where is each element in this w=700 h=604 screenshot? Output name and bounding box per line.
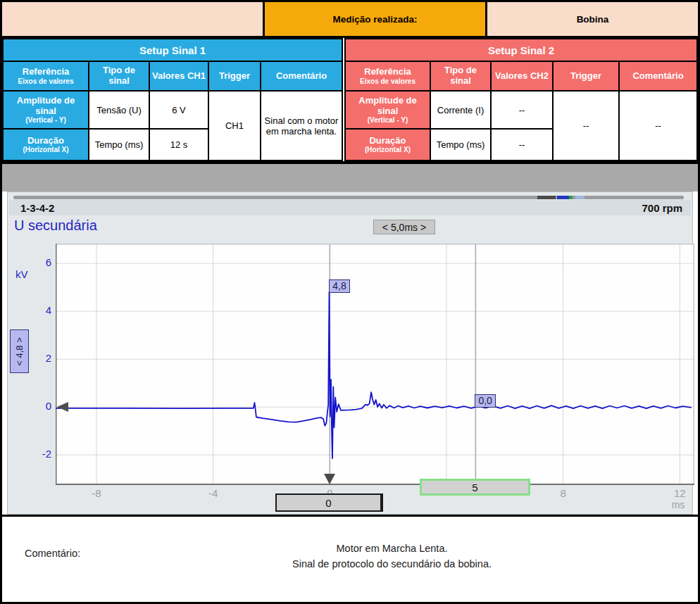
setup1-col-comentario: Comentário	[261, 62, 342, 90]
vertical-scale-selector[interactable]: < 4,8 >	[10, 329, 29, 373]
x-tick-label: -8	[82, 487, 111, 499]
setup2-col-trigger: Trigger	[554, 62, 618, 90]
setup2-amplitude-tipo: Corrente (I)	[431, 92, 490, 128]
y-axis-unit: kV	[15, 268, 28, 280]
col-sublabel: Eixos de valores	[360, 77, 415, 85]
setup2-col-ref: Referência Eixos de valores	[346, 62, 430, 90]
setup2-comment-value: --	[620, 92, 696, 160]
time-offset-box[interactable]: 0	[275, 493, 383, 512]
divider	[0, 36, 700, 38]
trigger-arrow-icon	[324, 474, 335, 484]
vertical-scale-label: < 4,8 >	[14, 337, 25, 365]
measurement-value: Bobina	[487, 2, 698, 36]
row-sublabel: (Horizontal X)	[23, 146, 69, 153]
row-sublabel: (Vertical - Y)	[25, 116, 66, 124]
setup2-col-comentario: Comentário	[620, 62, 696, 90]
scope-panel: 1-3-4-2 700 rpm U secundária < 5,0ms > k…	[7, 191, 693, 515]
scrollbar-segment-green	[569, 196, 573, 199]
y-tick-label: 2	[32, 352, 51, 364]
setup1-duracao-ref: Duração (Horizontal X)	[4, 130, 88, 160]
setup2-duracao-ref: Duração (Horizontal X)	[346, 130, 430, 160]
x-axis-unit: ms	[664, 499, 692, 510]
setup1-amplitude-tipo: Tensão (U)	[89, 92, 149, 128]
divider	[0, 161, 700, 164]
setup2-amplitude-ref: Amplitude de sinal (Vertical - Y)	[346, 92, 430, 128]
comment-body: Motor em Marcha Lenta. Sinal de protocol…	[86, 541, 698, 572]
cursor-value-box[interactable]: 0,0	[475, 394, 495, 408]
setup2-col-valores: Valores CH2	[492, 62, 552, 90]
setup1-trigger-value: CH1	[209, 92, 260, 160]
setup2-duracao-valor: --	[492, 130, 552, 160]
x-tick-label: 12	[665, 487, 694, 499]
channel-title: U secundária	[14, 218, 97, 234]
setup-table-2: Setup Sinal 2 Referência Eixos de valore…	[344, 38, 698, 161]
scrollbar-segment-lightblue	[575, 196, 585, 199]
plot-area: 4,80,0	[56, 244, 694, 485]
scrollbar-segment-blue	[557, 196, 569, 199]
setup1-col-tipo: Tipo de sinal	[89, 62, 149, 90]
col-label: Referência	[364, 67, 411, 77]
setup1-title: Setup Sinal 1	[4, 39, 342, 61]
setup1-col-valores: Valores CH1	[150, 62, 208, 90]
baseline-arrow-icon	[57, 402, 68, 412]
scope-svg	[56, 244, 694, 485]
setup1-comment-value: Sinal com o motor em marcha lenta.	[261, 92, 342, 160]
col-sublabel: Eixos de valores	[18, 77, 74, 85]
separator-band	[2, 164, 698, 191]
comment-label: Comentário:	[25, 548, 80, 559]
row-label: Duração	[369, 136, 406, 146]
header-empty-cell	[2, 2, 263, 36]
measurement-label: Medição realizada:	[265, 2, 485, 36]
divider	[0, 515, 700, 517]
setup1-col-trigger: Trigger	[209, 62, 260, 90]
row-sublabel: (Vertical - Y)	[368, 116, 408, 124]
setup2-title: Setup Sinal 2	[346, 39, 696, 61]
scope-header-band: 1-3-4-2 700 rpm	[9, 200, 691, 215]
y-tick-label: -2	[32, 448, 51, 460]
row-label: Amplitude de sinal	[348, 96, 427, 117]
x-tick-label: -4	[199, 487, 227, 499]
setup2-duracao-tipo: Tempo (ms)	[431, 130, 490, 160]
scrollbar-segment-dark	[537, 196, 556, 199]
setup1-duracao-tipo: Tempo (ms)	[89, 130, 149, 160]
voltage-trace	[56, 292, 692, 458]
cursor-value-box[interactable]: 4,8	[329, 279, 349, 293]
comment-line-2: Sinal de protocolo do secundário da bobi…	[86, 556, 698, 572]
rpm-value: 700 rpm	[642, 202, 682, 214]
y-tick-label: 0	[32, 400, 51, 412]
timebase-selector[interactable]: < 5,0ms >	[373, 220, 435, 234]
firing-order: 1-3-4-2	[20, 202, 54, 214]
setup1-amplitude-valor: 6 V	[150, 92, 208, 128]
scope-scrollbar[interactable]	[13, 196, 684, 199]
setup1-duracao-valor: 12 s	[150, 130, 208, 160]
setup1-col-ref: Referência Eixos de valores	[4, 62, 88, 90]
row-label: Amplitude de sinal	[6, 96, 86, 117]
col-label: Referência	[23, 67, 69, 77]
setup2-amplitude-valor: --	[492, 92, 552, 128]
setup2-trigger-value: --	[554, 92, 618, 160]
time-cursor-box[interactable]: 5	[420, 479, 530, 496]
row-label: Duração	[27, 136, 64, 146]
y-tick-label: 4	[32, 304, 51, 316]
x-tick-label: 8	[549, 487, 577, 499]
setup2-col-tipo: Tipo de sinal	[431, 62, 490, 90]
comment-section: Comentário: Motor em Marcha Lenta. Sinal…	[2, 517, 698, 602]
row-sublabel: (Horizontal X)	[365, 146, 411, 153]
comment-line-1: Motor em Marcha Lenta.	[86, 541, 698, 556]
setup1-amplitude-ref: Amplitude de sinal (Vertical - Y)	[4, 92, 88, 128]
setup-table-1: Setup Sinal 1 Referência Eixos de valore…	[2, 38, 343, 161]
report-header: Medição realizada: Bobina	[2, 2, 698, 36]
y-tick-label: 6	[32, 256, 51, 268]
measurement-report: Medição realizada: Bobina Setup Sinal 1 …	[0, 0, 700, 604]
